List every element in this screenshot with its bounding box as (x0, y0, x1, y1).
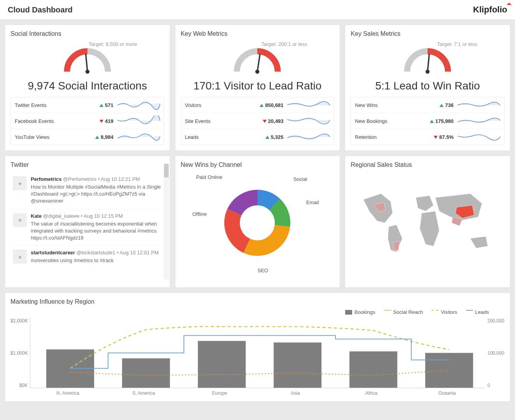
tweet-body: How to Monitor Multiple #SocialMedia #Me… (31, 184, 162, 205)
plot-svg (30, 318, 485, 388)
panel-title-marketing: Marketing Influence by Region (10, 298, 505, 305)
gauge-social: Target: 9,500 or more 9,974 Social Inter… (10, 41, 164, 92)
legend-social-reach: Social Reach (384, 309, 423, 315)
donut-label-paid: Paid Online (196, 174, 222, 180)
tweet-header: Perfometrics @Perfometrics • Aug 10 12:2… (31, 176, 162, 182)
x-label: S. America (106, 390, 182, 396)
panel-twitter: Twitter ◉ Perfometrics @Perfometrics • A… (5, 156, 170, 288)
tweet-item[interactable]: ◉ startstudentcareer @kickstartstude1 • … (10, 246, 164, 268)
scrollbar-thumb[interactable] (164, 164, 169, 177)
target-label: Target: 9,500 or more (10, 41, 137, 47)
panel-title-web: Key Web Metrics (181, 30, 335, 37)
panel-title-sales: Key Sales Metrics (351, 30, 505, 37)
metric-label: New Wins (355, 102, 422, 108)
sparkline (457, 131, 500, 142)
metric-label: Site Events (185, 118, 253, 124)
y-axis-right: 200,000 100,000 0 (485, 318, 505, 388)
trend-up-icon (95, 136, 99, 139)
metric-value: 87.5% (422, 134, 454, 140)
header: Cloud Dashboard Klipfolio (0, 0, 515, 20)
tweet-body: #universities using #metrics to #track (31, 257, 159, 264)
twitter-feed[interactable]: ◉ Perfometrics @Perfometrics • Aug 10 12… (10, 172, 164, 289)
metric-label: Facebook Events (15, 118, 82, 124)
svg-rect-14 (274, 343, 321, 388)
metric-label: New Bookings (355, 118, 422, 124)
metric-rows: New Wins 736 New Bookings 175,980 Retent… (351, 97, 505, 145)
metric-label: YouTube Views (15, 134, 82, 140)
tweet-header: Kate @digital_kateee • Aug 10 12:15 PM (31, 213, 162, 219)
svg-rect-12 (122, 358, 170, 388)
panel-title-twitter: Twitter (10, 161, 164, 168)
big-metric: 9,974 Social Interactions (10, 80, 164, 92)
metric-label: Twitter Events (15, 102, 82, 108)
metric-label: Retention (355, 134, 422, 140)
sparkline (287, 116, 330, 126)
metric-row: New Bookings 175,980 (351, 113, 504, 129)
metric-row: Facebook Events 419 (11, 113, 164, 129)
metric-value: 8,984 (82, 134, 113, 140)
avatar-icon: ◉ (13, 250, 27, 264)
metric-row: Site Events 20,493 (181, 113, 334, 129)
plot-area (30, 318, 485, 388)
page-title: Cloud Dashboard (8, 5, 73, 14)
dashboard-grid: Social Interactions Target: 9,500 or mor… (0, 20, 515, 406)
metric-row: Leads 5,325 (181, 129, 334, 145)
tweet-body: The value of #sociallistening becomes ex… (31, 220, 162, 242)
x-label: Asia (258, 390, 333, 396)
x-label: Africa (333, 390, 409, 396)
tweet-item[interactable]: ◉ Perfometrics @Perfometrics • Aug 10 12… (10, 172, 164, 209)
donut-label-social: Social (293, 176, 307, 182)
swatch-icon (345, 310, 352, 315)
swatch-icon (466, 310, 473, 315)
trend-down-icon (100, 120, 103, 123)
metric-value: 571 (82, 102, 113, 108)
y-axis-left: $2,000K $1,000K $0K (10, 318, 30, 388)
trend-up-icon (430, 120, 434, 123)
gauge-icon (52, 48, 122, 75)
metric-row: Visitors 850,681 (181, 97, 334, 113)
metric-value: 20,493 (252, 118, 283, 124)
svg-rect-16 (425, 353, 473, 388)
chart-legend: Bookings Social Reach Visitors Leads (10, 309, 505, 315)
donut-label-seo: SEO (257, 268, 268, 273)
sparkline (117, 131, 160, 142)
tweet-header: startstudentcareer @kickstartstude1 • Au… (31, 250, 159, 256)
svg-line-5 (428, 54, 429, 72)
metric-row: YouTube Views 8,984 (11, 129, 164, 145)
avatar-icon: ◉ (13, 213, 27, 227)
big-metric: 170:1 Visitor to Lead Ratio (181, 80, 335, 92)
sparkline (117, 116, 160, 126)
trend-up-icon (440, 104, 443, 107)
sparkline (457, 116, 500, 126)
donut-chart: Paid Online Social Email Offline SEO (181, 172, 335, 273)
metric-row: Twitter Events 571 (11, 97, 164, 113)
metric-label: Visitors (185, 102, 253, 108)
legend-leads: Leads (466, 309, 489, 315)
metric-rows: Visitors 850,681 Site Events 20,493 Lead… (181, 97, 335, 145)
svg-line-3 (257, 54, 260, 72)
brand-logo: Klipfolio (473, 5, 507, 15)
gauge-web: Target: 200:1 or less 170:1 Visitor to L… (181, 41, 335, 92)
donut-label-offline: Offline (192, 211, 207, 217)
sparkline (287, 100, 330, 110)
panel-sales: Key Sales Metrics Target: 7:1 or less 5:… (345, 24, 510, 151)
sparkline (117, 100, 160, 110)
metric-row: New Wins 736 (351, 97, 504, 113)
swatch-icon (384, 310, 391, 315)
metric-value: 175,980 (422, 118, 454, 124)
metric-value: 5,325 (252, 134, 283, 140)
target-label: Target: 200:1 or less (181, 41, 307, 47)
panel-donut: New Wins by Channel Paid Online Social E… (175, 156, 340, 288)
trend-up-icon (260, 104, 264, 107)
panel-map: Regional Sales Status (345, 156, 510, 288)
trend-up-icon (265, 136, 269, 139)
sparkline (287, 131, 330, 142)
tweet-item[interactable]: ◉ Kate @digital_kateee • Aug 10 12:15 PM… (10, 209, 164, 246)
svg-line-1 (86, 54, 87, 72)
world-map (351, 172, 505, 273)
big-metric: 5:1 Lead to Win Ratio (351, 80, 505, 92)
panel-marketing: Marketing Influence by Region Bookings S… (5, 292, 510, 402)
scrollbar[interactable] (164, 164, 169, 280)
metric-label: Leads (185, 134, 253, 140)
map-icon (358, 184, 498, 262)
